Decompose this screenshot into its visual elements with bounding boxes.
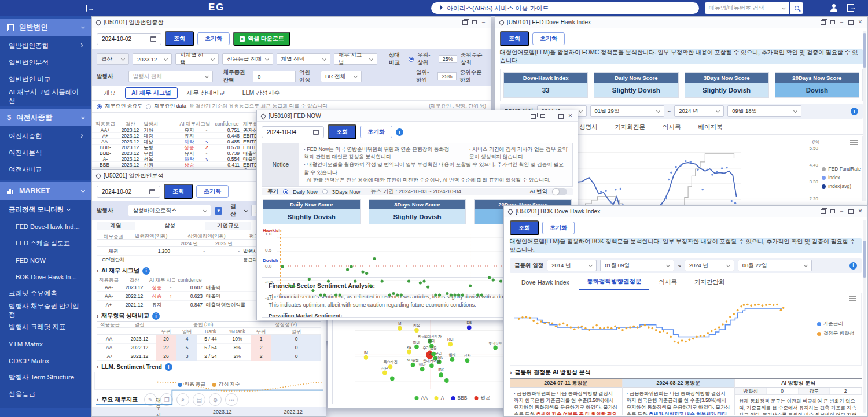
year-to-select[interactable]: 2024 년 (685, 260, 734, 271)
tab-minutes[interactable]: 의사록 (654, 120, 689, 134)
popout-icon[interactable] (530, 113, 536, 119)
date-input[interactable]: 2024-10-02 (97, 33, 161, 45)
tab-minutes[interactable]: 의사록 (650, 275, 685, 289)
search-button[interactable]: 조회 (328, 124, 356, 139)
copy-icon[interactable] (471, 20, 477, 25)
maximize-icon[interactable] (848, 20, 854, 25)
sidebar-item[interactable]: 일반법인분석 (0, 54, 91, 71)
year-from-select[interactable]: 2014 년 (547, 260, 597, 271)
sidebar-subitem[interactable]: FED Dove-Hawk Ind… (0, 218, 91, 235)
chart-menu-icon[interactable] (849, 296, 856, 301)
info-icon[interactable]: i (849, 262, 857, 270)
tab-pressconf[interactable]: 기자회견문 (606, 120, 653, 134)
sidebar-item[interactable]: 일반법인 비교 (0, 71, 91, 88)
date-from-select[interactable]: 01월 09일 (600, 260, 674, 271)
sidebar-item[interactable]: YTM Matrix (0, 335, 91, 352)
sidebar-item[interactable]: 신용등급 (0, 386, 91, 403)
sidebar-section-corporate[interactable]: 일반법인 (0, 19, 91, 36)
sidebar-item[interactable]: CD/CP Matrix (0, 352, 91, 369)
window-titlebar[interactable]: [U50101] 일반법인종합 – (92, 17, 491, 28)
signal-select[interactable]: 재무 시그널 (334, 53, 377, 65)
reset-button[interactable]: 초기화 (532, 32, 565, 45)
lower-pct-input[interactable]: 25% (437, 72, 456, 80)
info-icon[interactable]: i (152, 312, 160, 320)
minimize-icon[interactable]: – (480, 20, 487, 25)
window-titlebar[interactable]: [U50201] BOK Dove-Hawk Index – ✕ (504, 206, 867, 217)
sidebar-subitem[interactable]: BOK Dove-Hawk In… (0, 268, 91, 285)
sidebar-item[interactable]: 크레딧 수요예측 (0, 285, 91, 302)
tab-policy-statement[interactable]: 통화정책방향결정문 (579, 275, 650, 290)
tab-ai-signal[interactable]: AI 재무 시그널 (125, 87, 178, 99)
sidebar-item[interactable]: 여전사종합 (0, 128, 91, 145)
debt-amount-input[interactable]: 0 (253, 71, 296, 82)
info-icon[interactable]: i (142, 267, 150, 275)
logout-icon[interactable] (847, 4, 854, 12)
scrollbar[interactable] (863, 31, 866, 201)
factor-data-radio[interactable] (146, 104, 151, 109)
tab-dovehawk[interactable]: Dove-Hawk Index (513, 276, 578, 289)
daily-now-radio[interactable] (283, 189, 288, 194)
close-icon[interactable]: ✕ (857, 20, 863, 25)
reset-button[interactable]: 초기화 (197, 32, 230, 45)
copy-icon[interactable] (829, 20, 836, 25)
br-select[interactable]: BR 전체 (321, 71, 362, 82)
popout-icon[interactable] (462, 20, 468, 25)
date-input[interactable]: 2024-10-04 (262, 126, 324, 138)
search-button[interactable] (790, 2, 803, 14)
date-to-select[interactable]: 09월 18일 (727, 105, 801, 117)
tab-pressmeet[interactable]: 기자간담회 (686, 275, 733, 289)
popout-icon[interactable] (820, 20, 826, 25)
menu-search-input[interactable]: 메뉴명/메뉴번호 검색 (705, 2, 789, 14)
sidebar-item[interactable]: 발행사 채무증권 만기일정 (0, 302, 91, 319)
issuer-select[interactable]: 발행사 전체 (128, 71, 213, 82)
copy-icon[interactable] (829, 209, 836, 215)
sidebar-item[interactable]: AI 재무시그널 시뮬레이션 (0, 88, 91, 105)
gyeolsan-select[interactable]: 결산 (97, 53, 129, 65)
sidebar-section-capfin[interactable]: $ 여전사종합 (0, 109, 91, 126)
reset-button[interactable]: 초기화 (196, 185, 229, 198)
rel-radio[interactable] (409, 57, 414, 62)
search-button[interactable]: 조회 (165, 31, 194, 46)
copy-icon[interactable] (539, 113, 546, 119)
search-button[interactable]: 조회 (500, 31, 529, 46)
sidebar-item[interactable]: 여전사비교 (0, 161, 91, 178)
sidebar-item-rate-policy[interactable]: 금리정책 모니터링 (0, 201, 91, 218)
ai-translate-toggle[interactable] (552, 188, 567, 195)
close-icon[interactable]: ✕ (857, 209, 863, 215)
sidebar-subitem[interactable]: FED NOW (0, 252, 91, 268)
minimize-icon[interactable]: – (838, 20, 845, 25)
info-icon[interactable]: i (396, 128, 403, 136)
excel-download-button[interactable]: X엑셀 다운로드 (233, 32, 290, 46)
grade-select[interactable]: 신용등급 전체 (222, 53, 273, 65)
date-input[interactable]: 2024-10-02 (97, 186, 160, 198)
search-button[interactable]: 조회 (164, 184, 193, 199)
sidebar-collapse-icon[interactable]: → (86, 3, 96, 13)
year-to-select[interactable]: 2024 년 (674, 105, 724, 117)
chart-menu-icon[interactable] (850, 140, 858, 145)
reset-button[interactable]: 초기화 (360, 126, 392, 138)
sidebar-item[interactable]: 발행사 Term Structure (0, 369, 91, 386)
reset-button[interactable]: 초기화 (542, 222, 575, 234)
maximize-icon[interactable] (848, 209, 854, 215)
sidebar-item[interactable]: 일반법인종합 (0, 38, 91, 54)
window-titlebar[interactable]: [U50101] FED Dove-Hawk Index – ✕ (495, 17, 867, 28)
factor-weight-radio[interactable] (97, 104, 102, 109)
sidebar-subitem[interactable]: FED 스케줄 점도표 (0, 235, 91, 252)
tab-llm[interactable]: LLM 감성지수 (234, 86, 288, 100)
sidebar-item[interactable]: 발행사 크레딧 지표 (0, 319, 91, 335)
user-icon[interactable] (830, 4, 838, 12)
minimize-icon[interactable]: – (838, 209, 845, 215)
bookmark-icon[interactable]: ▾ (215, 207, 222, 215)
close-icon[interactable]: ✕ (567, 113, 573, 119)
period-select[interactable]: 2023.12 (133, 53, 172, 65)
maximize-icon[interactable] (558, 113, 564, 119)
tab-overview[interactable]: 개요 (95, 86, 124, 100)
tab-beigebook[interactable]: 베이지북 (690, 120, 730, 134)
info-icon[interactable]: i (165, 363, 172, 371)
window-titlebar[interactable]: [U50103] FED NOW – ✕ (257, 110, 578, 122)
sidebar-item[interactable]: 여전사분석 (0, 145, 91, 161)
3days-now-radio[interactable] (322, 189, 328, 194)
minimize-icon[interactable]: – (549, 113, 555, 119)
tab-relative[interactable]: 재무 상대비교 (179, 86, 233, 100)
search-button[interactable]: 조회 (510, 220, 539, 235)
